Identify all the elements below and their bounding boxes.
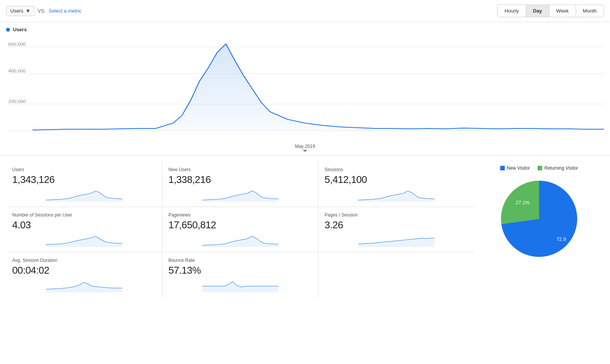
returning-visitor-legend-icon [538, 166, 542, 170]
metric-empty [318, 252, 474, 297]
time-buttons-group: Hourly Day Week Month [497, 5, 604, 17]
returning-visitor-percent: 27.1% [516, 200, 530, 205]
metric-users: Users 1,343,126 [6, 162, 162, 207]
svg-text:400,000: 400,000 [8, 69, 26, 74]
svg-marker-9 [358, 191, 435, 202]
pie-legend-new-visitor: New Visitor [500, 165, 530, 171]
pages-session-sparkline [324, 233, 468, 247]
chart-legend: Users [6, 27, 604, 32]
bounce-rate-label: Bounce Rate [169, 258, 312, 263]
chart-scroll-arrow[interactable] [6, 150, 604, 155]
day-button[interactable]: Day [526, 5, 549, 17]
metric-avg-session: Avg. Session Duration 00:04:02 [6, 252, 162, 297]
svg-marker-14 [202, 282, 278, 292]
chart-svg: 600,000 400,000 200,000 [6, 35, 604, 142]
top-bar: Users ▼ VS. Select a metric Hourly Day W… [0, 0, 610, 22]
pie-svg: 27.1% 72.9 [497, 177, 581, 261]
new-users-label: New Users [169, 167, 312, 172]
new-visitor-percent: 72.9 [556, 236, 566, 242]
metrics-row-1: Users 1,343,126 New Users 1,338,216 Sess… [6, 162, 474, 207]
pageviews-sparkline [169, 233, 312, 247]
metric-pageviews: Pageviews 17,650,812 [162, 207, 319, 252]
chart-area: Users 600,000 400,000 200,000 [0, 22, 610, 156]
svg-marker-11 [202, 236, 278, 247]
new-users-sparkline [169, 188, 312, 202]
pie-chart: 27.1% 72.9 [497, 177, 581, 261]
new-visitor-legend-icon [500, 166, 505, 170]
main-chart: 600,000 400,000 200,000 [6, 35, 604, 142]
users-legend-label: Users [13, 27, 27, 32]
dropdown-label: Users [10, 8, 23, 14]
hourly-button[interactable]: Hourly [498, 5, 526, 17]
svg-text:200,000: 200,000 [8, 99, 26, 104]
chart-line [32, 44, 604, 130]
month-button[interactable]: Month [576, 5, 604, 17]
pageviews-label: Pageviews [169, 212, 312, 218]
users-legend-dot [6, 28, 10, 32]
metric-pages-session: Pages / Session 3.26 [318, 207, 474, 252]
week-button[interactable]: Week [549, 5, 576, 17]
sessions-sparkline [324, 188, 468, 202]
avg-session-sparkline [12, 279, 156, 292]
sessions-per-user-sparkline [12, 233, 156, 247]
vs-label: VS. [38, 8, 46, 14]
sessions-label: Sessions [324, 167, 468, 172]
svg-marker-13 [46, 282, 122, 292]
bounce-rate-value: 57.13% [169, 265, 312, 276]
pages-session-label: Pages / Session [324, 212, 468, 218]
select-metric-link[interactable]: Select a metric [49, 8, 82, 14]
svg-marker-12 [358, 238, 435, 247]
chart-x-label: May 2019 [6, 142, 604, 150]
metrics-grid: Users 1,343,126 New Users 1,338,216 Sess… [6, 162, 474, 297]
pie-legend-returning-visitor: Returning Visitor [538, 165, 578, 171]
svg-rect-16 [538, 166, 542, 170]
new-visitor-legend-label: New Visitor [507, 165, 530, 171]
sessions-value: 5,412,100 [324, 174, 468, 186]
new-users-value: 1,338,216 [169, 174, 312, 186]
users-dropdown[interactable]: Users ▼ [6, 6, 35, 16]
users-value: 1,343,126 [12, 174, 156, 186]
top-left-controls: Users ▼ VS. Select a metric [6, 6, 82, 16]
svg-marker-7 [46, 191, 122, 202]
metric-new-users: New Users 1,338,216 [162, 162, 319, 207]
scroll-down-icon [303, 150, 307, 152]
svg-marker-8 [202, 191, 278, 202]
pie-section: New Visitor Returning Visitor [474, 162, 604, 297]
returning-visitor-legend-label: Returning Visitor [544, 165, 578, 171]
bounce-rate-sparkline [169, 279, 312, 292]
users-label: Users [12, 167, 156, 172]
avg-session-label: Avg. Session Duration [12, 258, 156, 263]
dropdown-chevron-icon: ▼ [26, 8, 30, 14]
svg-marker-10 [46, 236, 122, 247]
metrics-row-2: Number of Sessions per User 4.03 Pagevie… [6, 207, 474, 252]
avg-session-value: 00:04:02 [12, 265, 156, 276]
metric-sessions: Sessions 5,412,100 [318, 162, 474, 207]
pageviews-value: 17,650,812 [169, 219, 312, 231]
metrics-row-3: Avg. Session Duration 00:04:02 Bounce Ra… [6, 252, 474, 297]
pie-legend: New Visitor Returning Visitor [482, 165, 596, 171]
svg-rect-15 [500, 166, 505, 170]
metric-sessions-per-user: Number of Sessions per User 4.03 [6, 207, 162, 252]
metrics-section: Users 1,343,126 New Users 1,338,216 Sess… [0, 156, 610, 303]
svg-text:600,000: 600,000 [8, 42, 26, 47]
users-sparkline [12, 188, 156, 202]
pages-session-value: 3.26 [324, 219, 468, 231]
metric-bounce-rate: Bounce Rate 57.13% [162, 252, 319, 297]
sessions-per-user-label: Number of Sessions per User [12, 212, 156, 218]
chart-area-fill [32, 44, 604, 131]
sessions-per-user-value: 4.03 [12, 219, 156, 231]
